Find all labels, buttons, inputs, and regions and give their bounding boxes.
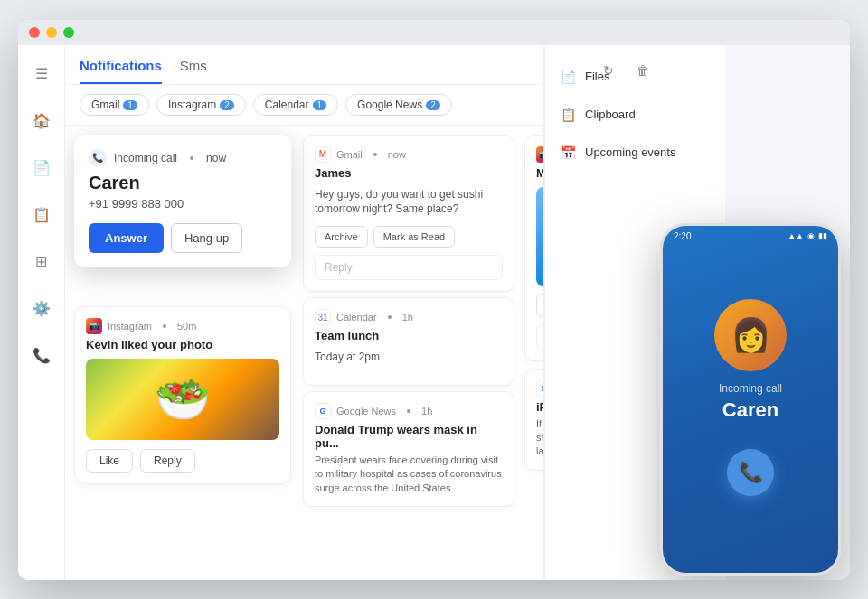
upcoming-events-icon: 📅 <box>560 145 576 161</box>
caller-number: +91 9999 888 000 <box>89 197 277 211</box>
close-dot[interactable] <box>29 27 40 38</box>
minimize-dot[interactable] <box>46 27 57 38</box>
phone-time: 2:20 <box>674 231 691 241</box>
right-sidebar: 📄 Files 📋 Clipboard 📅 Upcoming events 2:… <box>544 45 725 580</box>
call-time: now <box>206 152 226 164</box>
instagram-right-icon: 📷 <box>536 146 543 163</box>
gmail-icon: M <box>315 146 331 163</box>
call-header: 📞 Incoming call now <box>89 149 277 167</box>
clipboard-icon: 📋 <box>560 107 576 123</box>
gnews2-title: iPhone 12 sizes <box>536 400 543 414</box>
ig-right-title: Matthew sent you a post <box>536 166 543 180</box>
gmail-sender: James <box>315 166 503 180</box>
notif-tabs: Notifications Sms <box>80 58 529 84</box>
sidebar-icon-settings[interactable]: ⚙️ <box>27 295 56 323</box>
instagram-card-title: Kevin liked your photo <box>86 338 279 351</box>
phone-call-label: Incoming call <box>719 382 782 395</box>
gnews-icon-1: G <box>315 403 331 419</box>
main-content: ☰ 🏠 📄 📋 ⊞ ⚙️ 📞 Notifications Sms ↻ 🗑 <box>18 45 850 580</box>
instagram-icon: 📷 <box>86 318 102 334</box>
sidebar-icon-home[interactable]: 🏠 <box>27 107 56 136</box>
ig-right-source: 📷 Instagram 20m <box>536 146 543 163</box>
phone-status-bar: 2:20 ▲▲ ◉ ▮▮ <box>663 226 838 241</box>
tab-sms[interactable]: Sms <box>180 58 207 84</box>
phone-caller-name: Caren <box>722 398 778 422</box>
sidebar-icons: ☰ 🏠 📄 📋 ⊞ ⚙️ 📞 <box>18 45 65 580</box>
battery-icon: ▮▮ <box>818 231 827 240</box>
calendar-source: 31 Calendar 1h <box>315 309 503 325</box>
calendar-icon: 31 <box>315 309 331 325</box>
middle-column: M Gmail now James Hey guys, do you want … <box>296 126 522 580</box>
phone-mockup: 2:20 ▲▲ ◉ ▮▮ 👩 Incoming call Caren 📞 <box>660 223 841 576</box>
filter-google-news[interactable]: Google News2 <box>345 94 452 116</box>
gmail-source: M Gmail now <box>315 146 503 163</box>
filter-calendar[interactable]: Calendar1 <box>253 94 338 116</box>
phone-status-right: ▲▲ ◉ ▮▮ <box>788 231 827 240</box>
upcoming-events-label: Upcoming events <box>585 145 675 159</box>
phone-avatar-area: 👩 Incoming call Caren 📞 <box>714 241 787 573</box>
phone-icon: 📞 <box>89 149 107 167</box>
notif-columns: 📞 Incoming call now Caren +91 9999 888 0… <box>65 126 543 580</box>
clipboard-label: Clipboard <box>585 108 636 121</box>
gnews-icon-2: G <box>536 380 543 397</box>
files-icon: 📄 <box>560 69 576 85</box>
phone-screen: 2:20 ▲▲ ◉ ▮▮ 👩 Incoming call Caren 📞 <box>663 226 838 573</box>
instagram-card: 📷 Instagram 50m Kevin liked your photo L… <box>74 306 291 484</box>
archive-button[interactable]: Archive <box>315 226 368 248</box>
filter-instagram[interactable]: Instagram2 <box>156 94 246 116</box>
app-window: ☰ 🏠 📄 📋 ⊞ ⚙️ 📞 Notifications Sms ↻ 🗑 <box>18 20 850 580</box>
tab-notifications[interactable]: Notifications <box>80 58 162 84</box>
filter-tags: Gmail1 Instagram2 Calendar1 Google News2 <box>65 85 543 126</box>
reply-button-instagram[interactable]: Reply <box>140 449 195 473</box>
notifications-panel: Notifications Sms ↻ 🗑 Gmail1 Instagram2 … <box>65 45 544 580</box>
sidebar-item-clipboard[interactable]: 📋 Clipboard <box>545 98 725 132</box>
like-button[interactable]: Like <box>86 449 133 473</box>
hangup-button[interactable]: Hang up <box>171 223 242 253</box>
wifi-icon: ◉ <box>807 231 815 240</box>
sidebar-icon-grid[interactable]: ⊞ <box>27 248 56 276</box>
ig-right-actions: Like Reply <box>536 294 543 317</box>
phone-answer-button[interactable]: 📞 <box>727 449 774 496</box>
sidebar-icon-list[interactable]: 📋 <box>27 201 56 229</box>
ig-right-reply-box[interactable]: Reply <box>536 324 543 350</box>
instagram-card-actions: Like Reply <box>86 449 279 473</box>
incoming-call-label: Incoming call <box>114 152 177 164</box>
gnews2-body: If Apple gives us small phones so should… <box>536 417 543 459</box>
gnews2-source: G Google News 1h <box>536 380 543 397</box>
mark-read-button[interactable]: Mark as Read <box>373 226 455 248</box>
google-news-card-1: G Google News 1h Donald Trump wears mask… <box>303 391 514 507</box>
sidebar-icon-phone[interactable]: 📞 <box>27 342 56 370</box>
signal-icon: ▲▲ <box>788 231 804 240</box>
answer-button[interactable]: Answer <box>89 223 164 253</box>
titlebar <box>18 20 850 45</box>
google-news-card-2: G Google News 1h iPhone 12 sizes If Appl… <box>524 369 543 471</box>
gnews1-title: Donald Trump wears mask in pu... <box>315 423 503 450</box>
ig-right-photo <box>536 187 543 286</box>
notif-header: Notifications Sms ↻ 🗑 <box>65 45 543 85</box>
sidebar-icon-menu[interactable]: ☰ <box>27 60 56 89</box>
calendar-card: 31 Calendar 1h Team lunch Today at 2pm <box>303 297 514 386</box>
calendar-event-title: Team lunch <box>315 329 503 342</box>
gmail-body: Hey guys, do you want to get sushi tomor… <box>315 187 503 218</box>
gmail-reply-box[interactable]: Reply <box>315 255 503 280</box>
gmail-actions: Archive Mark as Read <box>315 226 503 248</box>
sidebar-item-upcoming-events[interactable]: 📅 Upcoming events <box>545 136 725 170</box>
instagram-card-image <box>86 359 279 440</box>
instagram-right-card: 📷 Instagram 20m Matthew sent you a post … <box>524 135 543 361</box>
call-actions: Answer Hang up <box>89 223 277 253</box>
ig-right-like-button[interactable]: Like <box>536 294 543 317</box>
sidebar-icon-document[interactable]: 📄 <box>27 154 56 183</box>
incoming-call-card: 📞 Incoming call now Caren +91 9999 888 0… <box>74 135 291 267</box>
calendar-event-time: Today at 2pm <box>315 350 503 365</box>
caller-avatar: 👩 <box>714 299 787 371</box>
caller-name: Caren <box>89 173 277 193</box>
filter-gmail[interactable]: Gmail1 <box>80 94 149 116</box>
gmail-card: M Gmail now James Hey guys, do you want … <box>303 135 514 293</box>
instagram-source: 📷 Instagram 50m <box>86 318 279 334</box>
gnews1-source: G Google News 1h <box>315 403 503 419</box>
gnews1-body: President wears face covering during vis… <box>315 454 503 495</box>
maximize-dot[interactable] <box>63 27 74 38</box>
right-notif-column: 📷 Instagram 20m Matthew sent you a post … <box>517 126 543 580</box>
